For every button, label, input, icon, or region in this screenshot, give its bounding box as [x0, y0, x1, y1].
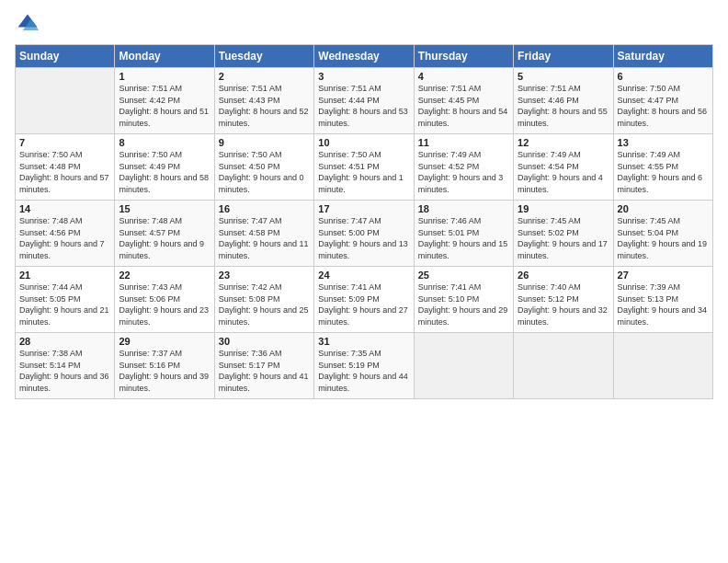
calendar-cell: [514, 333, 613, 399]
calendar-cell: 5 Sunrise: 7:51 AMSunset: 4:46 PMDayligh…: [514, 68, 613, 134]
day-info: Sunrise: 7:37 AMSunset: 5:16 PMDaylight:…: [119, 348, 210, 394]
day-number: 20: [618, 203, 709, 214]
day-number: 15: [119, 203, 210, 214]
calendar-cell: 25 Sunrise: 7:41 AMSunset: 5:10 PMDaylig…: [414, 267, 513, 333]
day-number: 27: [618, 270, 709, 281]
day-info: Sunrise: 7:35 AMSunset: 5:19 PMDaylight:…: [318, 348, 409, 394]
logo: [15, 11, 44, 37]
day-info: Sunrise: 7:36 AMSunset: 5:17 PMDaylight:…: [219, 348, 310, 394]
day-info: Sunrise: 7:45 AMSunset: 5:02 PMDaylight:…: [518, 215, 609, 261]
day-number: 2: [219, 71, 310, 82]
calendar-cell: 15 Sunrise: 7:48 AMSunset: 4:57 PMDaylig…: [115, 201, 214, 267]
day-number: 11: [418, 137, 509, 148]
calendar-week-row: 28 Sunrise: 7:38 AMSunset: 5:14 PMDaylig…: [16, 333, 713, 399]
day-number: 17: [318, 203, 409, 214]
day-info: Sunrise: 7:51 AMSunset: 4:46 PMDaylight:…: [518, 83, 609, 129]
calendar-header-tuesday: Tuesday: [214, 45, 313, 68]
calendar-table: SundayMondayTuesdayWednesdayThursdayFrid…: [15, 44, 713, 399]
day-info: Sunrise: 7:49 AMSunset: 4:55 PMDaylight:…: [618, 149, 709, 195]
calendar-week-row: 14 Sunrise: 7:48 AMSunset: 4:56 PMDaylig…: [16, 201, 713, 267]
day-number: 16: [219, 203, 310, 214]
day-number: 25: [418, 270, 509, 281]
calendar-cell: 3 Sunrise: 7:51 AMSunset: 4:44 PMDayligh…: [314, 68, 414, 134]
calendar-week-row: 7 Sunrise: 7:50 AMSunset: 4:48 PMDayligh…: [16, 134, 713, 201]
calendar-cell: 27 Sunrise: 7:39 AMSunset: 5:13 PMDaylig…: [613, 267, 712, 333]
calendar-cell: 10 Sunrise: 7:50 AMSunset: 4:51 PMDaylig…: [314, 134, 414, 201]
day-info: Sunrise: 7:50 AMSunset: 4:48 PMDaylight:…: [19, 149, 110, 195]
day-number: 5: [518, 71, 609, 82]
calendar-cell: 31 Sunrise: 7:35 AMSunset: 5:19 PMDaylig…: [314, 333, 414, 399]
calendar-cell: 7 Sunrise: 7:50 AMSunset: 4:48 PMDayligh…: [16, 134, 115, 201]
day-info: Sunrise: 7:44 AMSunset: 5:05 PMDaylight:…: [19, 282, 110, 327]
logo-icon: [15, 11, 40, 37]
day-info: Sunrise: 7:50 AMSunset: 4:51 PMDaylight:…: [318, 149, 409, 195]
calendar-cell: 9 Sunrise: 7:50 AMSunset: 4:50 PMDayligh…: [214, 134, 313, 201]
day-info: Sunrise: 7:43 AMSunset: 5:06 PMDaylight:…: [119, 282, 210, 327]
calendar-cell: 21 Sunrise: 7:44 AMSunset: 5:05 PMDaylig…: [16, 267, 115, 333]
day-info: Sunrise: 7:51 AMSunset: 4:43 PMDaylight:…: [219, 83, 310, 129]
calendar-header-thursday: Thursday: [414, 45, 513, 68]
day-info: Sunrise: 7:46 AMSunset: 5:01 PMDaylight:…: [418, 215, 509, 261]
calendar-cell: 26 Sunrise: 7:40 AMSunset: 5:12 PMDaylig…: [514, 267, 613, 333]
calendar-cell: 2 Sunrise: 7:51 AMSunset: 4:43 PMDayligh…: [214, 68, 313, 134]
day-number: 24: [318, 270, 409, 281]
calendar-cell: 11 Sunrise: 7:49 AMSunset: 4:52 PMDaylig…: [414, 134, 513, 201]
day-number: 23: [219, 270, 310, 281]
calendar-cell: 28 Sunrise: 7:38 AMSunset: 5:14 PMDaylig…: [16, 333, 115, 399]
day-number: 28: [19, 336, 110, 347]
day-info: Sunrise: 7:49 AMSunset: 4:54 PMDaylight:…: [518, 149, 609, 195]
calendar-cell: 4 Sunrise: 7:51 AMSunset: 4:45 PMDayligh…: [414, 68, 513, 134]
day-number: 26: [518, 270, 609, 281]
day-number: 22: [119, 270, 210, 281]
day-number: 9: [219, 137, 310, 148]
day-number: 21: [19, 270, 110, 281]
calendar-cell: 29 Sunrise: 7:37 AMSunset: 5:16 PMDaylig…: [115, 333, 214, 399]
day-number: 19: [518, 203, 609, 214]
calendar-cell: 1 Sunrise: 7:51 AMSunset: 4:42 PMDayligh…: [115, 68, 214, 134]
calendar-cell: 24 Sunrise: 7:41 AMSunset: 5:09 PMDaylig…: [314, 267, 414, 333]
day-info: Sunrise: 7:47 AMSunset: 4:58 PMDaylight:…: [219, 215, 310, 261]
calendar-cell: 6 Sunrise: 7:50 AMSunset: 4:47 PMDayligh…: [613, 68, 712, 134]
day-info: Sunrise: 7:38 AMSunset: 5:14 PMDaylight:…: [19, 348, 110, 394]
day-number: 12: [518, 137, 609, 148]
calendar-header-monday: Monday: [115, 45, 214, 68]
calendar-header-saturday: Saturday: [613, 45, 712, 68]
calendar-cell: 19 Sunrise: 7:45 AMSunset: 5:02 PMDaylig…: [514, 201, 613, 267]
day-number: 18: [418, 203, 509, 214]
day-number: 8: [119, 137, 210, 148]
day-info: Sunrise: 7:39 AMSunset: 5:13 PMDaylight:…: [618, 282, 709, 327]
day-number: 13: [618, 137, 709, 148]
calendar-cell: 14 Sunrise: 7:48 AMSunset: 4:56 PMDaylig…: [16, 201, 115, 267]
day-info: Sunrise: 7:41 AMSunset: 5:09 PMDaylight:…: [318, 282, 409, 327]
day-number: 10: [318, 137, 409, 148]
day-info: Sunrise: 7:50 AMSunset: 4:47 PMDaylight:…: [618, 83, 709, 129]
day-info: Sunrise: 7:47 AMSunset: 5:00 PMDaylight:…: [318, 215, 409, 261]
calendar-cell: [16, 68, 115, 134]
day-info: Sunrise: 7:49 AMSunset: 4:52 PMDaylight:…: [418, 149, 509, 195]
calendar-cell: 30 Sunrise: 7:36 AMSunset: 5:17 PMDaylig…: [214, 333, 313, 399]
day-info: Sunrise: 7:45 AMSunset: 5:04 PMDaylight:…: [618, 215, 709, 261]
calendar-header-wednesday: Wednesday: [314, 45, 414, 68]
calendar-cell: [414, 333, 513, 399]
day-info: Sunrise: 7:51 AMSunset: 4:45 PMDaylight:…: [418, 83, 509, 129]
day-number: 30: [219, 336, 310, 347]
day-info: Sunrise: 7:51 AMSunset: 4:42 PMDaylight:…: [119, 83, 210, 129]
calendar-header-friday: Friday: [514, 45, 613, 68]
calendar-cell: 13 Sunrise: 7:49 AMSunset: 4:55 PMDaylig…: [613, 134, 712, 201]
calendar-cell: 12 Sunrise: 7:49 AMSunset: 4:54 PMDaylig…: [514, 134, 613, 201]
day-info: Sunrise: 7:50 AMSunset: 4:50 PMDaylight:…: [219, 149, 310, 195]
day-number: 6: [618, 71, 709, 82]
day-info: Sunrise: 7:40 AMSunset: 5:12 PMDaylight:…: [518, 282, 609, 327]
calendar-cell: 16 Sunrise: 7:47 AMSunset: 4:58 PMDaylig…: [214, 201, 313, 267]
day-number: 3: [318, 71, 409, 82]
day-info: Sunrise: 7:41 AMSunset: 5:10 PMDaylight:…: [418, 282, 509, 327]
day-info: Sunrise: 7:51 AMSunset: 4:44 PMDaylight:…: [318, 83, 409, 129]
calendar-header-row: SundayMondayTuesdayWednesdayThursdayFrid…: [16, 45, 713, 68]
calendar-header-sunday: Sunday: [16, 45, 115, 68]
page: SundayMondayTuesdayWednesdayThursdayFrid…: [0, 0, 728, 563]
day-info: Sunrise: 7:48 AMSunset: 4:57 PMDaylight:…: [119, 215, 210, 261]
calendar-cell: 23 Sunrise: 7:42 AMSunset: 5:08 PMDaylig…: [214, 267, 313, 333]
calendar-cell: 22 Sunrise: 7:43 AMSunset: 5:06 PMDaylig…: [115, 267, 214, 333]
day-info: Sunrise: 7:48 AMSunset: 4:56 PMDaylight:…: [19, 215, 110, 261]
day-info: Sunrise: 7:50 AMSunset: 4:49 PMDaylight:…: [119, 149, 210, 195]
